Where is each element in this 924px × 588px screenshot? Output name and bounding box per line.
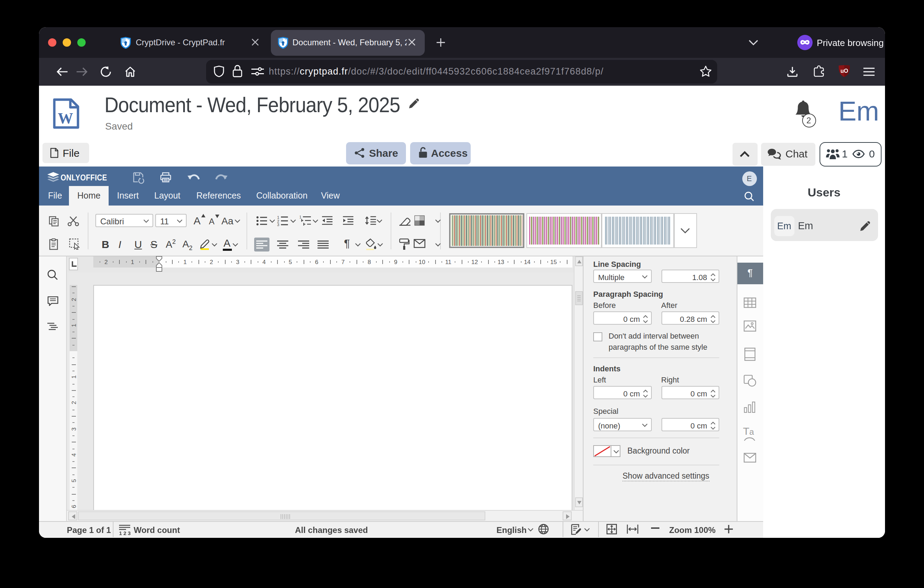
svg-text:W: W: [58, 109, 73, 126]
svg-text:1 2 3: 1 2 3: [119, 530, 130, 536]
svg-text:3: 3: [277, 222, 279, 226]
svg-text:1: 1: [299, 215, 302, 219]
svg-text:uO: uO: [840, 68, 848, 74]
